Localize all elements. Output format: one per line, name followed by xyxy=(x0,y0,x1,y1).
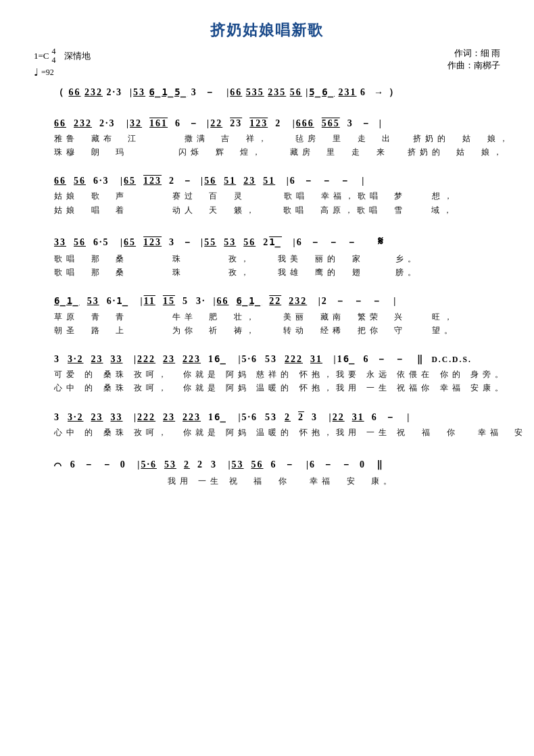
song-title: 挤奶姑娘唱新歌 xyxy=(34,20,500,41)
row5-lyrics2: 心中 的 桑珠 孜呵， 你就是 阿妈 温暖的 怀抱，我用 一生 祝福你 幸福 安… xyxy=(54,382,480,395)
key-label: 1=C xyxy=(34,51,49,61)
row4-notation: 6̲1̲ 53 6·1̲ |11 15 5 3· |66 6̲1̲ 22 232… xyxy=(54,293,480,309)
row2: 66 56 6·3 |65 123 2 － |56 51 23 51 |6 － … xyxy=(54,172,480,217)
row2-lyrics1: 姑娘 歌 声 赛过 百 灵 歌唱 幸福，歌唱 梦 想， xyxy=(54,190,480,203)
row4-lyrics1: 草原 青 青 牛羊 肥 壮， 美丽 藏南 繁荣 兴 旺， xyxy=(54,311,480,324)
row3: 33 56 6·5 |65 123 3 － |55 53 56 21̲ |6 －… xyxy=(54,230,480,280)
row2-lyrics2: 姑娘 唱 着 动人 天 籁， 歌唱 高原，歌唱 雪 域， xyxy=(54,204,480,217)
row5: 3 3·2 23 33 |222 23 223 16̲ |5·6 53 222 … xyxy=(54,351,480,395)
score-wrapper: （ 66 232 2·3 |53 6̲1̲5̲ 3 － |66 535 235 … xyxy=(34,84,500,488)
header-right: 作词：细 雨 作曲：南梆子 xyxy=(447,47,500,72)
time-sig-bottom: 4 xyxy=(52,56,56,65)
header-left: 1=C 4 4 深情地 ♩ =92 xyxy=(34,47,91,78)
row3-lyrics1: 歌唱 那 桑 珠 孜， 我美 丽的 家 乡。 xyxy=(54,253,480,266)
time-sig-numbers: 4 4 xyxy=(52,47,56,65)
row7: ⌒ 6 － － 0 |5·6 53 2 2 3 |53 56 6 － |6 － … xyxy=(54,453,480,488)
row3-lyrics2: 歌唱 那 桑 珠 孜， 我雄 鹰的 翅 膀。 xyxy=(54,266,480,279)
row6-lyrics1: 心中 的 桑珠 孜呵， 你就是 阿妈 温暖的 怀抱，我用 一生 祝 福 你 幸福… xyxy=(54,426,480,439)
row1-notation: 66 232 2·3 |32 161 6 － |22 23 123 2 |666… xyxy=(54,115,480,132)
row6: 3 3·2 23 33 |222 23 223 16̲ |5·6 53 2 2 … xyxy=(54,409,480,439)
row5-notation: 3 3·2 23 33 |222 23 223 16̲ |5·6 53 222 … xyxy=(54,351,480,368)
row7-notation: ⌒ 6 － － 0 |5·6 53 2 2 3 |53 56 6 － |6 － … xyxy=(54,453,480,474)
row2-notation: 66 56 6·3 |65 123 2 － |56 51 23 51 |6 － … xyxy=(54,172,480,189)
row4: 6̲1̲ 53 6·1̲ |11 15 5 3· |66 6̲1̲ 22 232… xyxy=(54,293,480,337)
tempo-value: =92 xyxy=(41,68,54,78)
row3-notation: 33 56 6·5 |65 123 3 － |55 53 56 21̲ |6 －… xyxy=(54,230,480,252)
row1: 66 232 2·3 |32 161 6 － |22 23 123 2 |666… xyxy=(54,115,480,159)
style-label: 深情地 xyxy=(64,50,91,62)
header-info: 1=C 4 4 深情地 ♩ =92 作词：细 雨 作曲：南梆子 xyxy=(34,47,500,78)
intro-notation: （ 66 232 2·3 |53 6̲1̲5̲ 3 － |66 535 235 … xyxy=(54,84,480,101)
composer-label: 作词：细 雨 xyxy=(447,47,500,59)
time-signature-row: 1=C 4 4 深情地 xyxy=(34,47,91,65)
note-icon: ♩ xyxy=(34,66,39,78)
row1-lyrics1: 雅鲁 藏布 江 撒满 吉 祥， 毡房 里 走 出 挤奶的 姑 娘， xyxy=(54,132,480,145)
row1-lyrics2: 珠穆 朗 玛 闪烁 辉 煌， 藏房 里 走 来 挤奶的 姑 娘， xyxy=(54,146,480,159)
tempo-row: ♩ =92 xyxy=(34,66,91,78)
lyricist-label: 作曲：南梆子 xyxy=(447,59,500,72)
intro-row: （ 66 232 2·3 |53 6̲1̲5̲ 3 － |66 535 235 … xyxy=(54,84,480,101)
row5-lyrics1: 可爱 的 桑珠 孜呵， 你就是 阿妈 慈祥的 怀抱，我要 永远 依偎在 你的 身… xyxy=(54,368,480,381)
row6-notation: 3 3·2 23 33 |222 23 223 16̲ |5·6 53 2 2 … xyxy=(54,409,480,426)
row7-lyrics1: 我用 一生 祝 福 你 幸福 安 康。 xyxy=(54,475,480,488)
row4-lyrics2: 朝圣 路 上 为你 祈 祷， 转动 经稀 把你 守 望。 xyxy=(54,324,480,337)
